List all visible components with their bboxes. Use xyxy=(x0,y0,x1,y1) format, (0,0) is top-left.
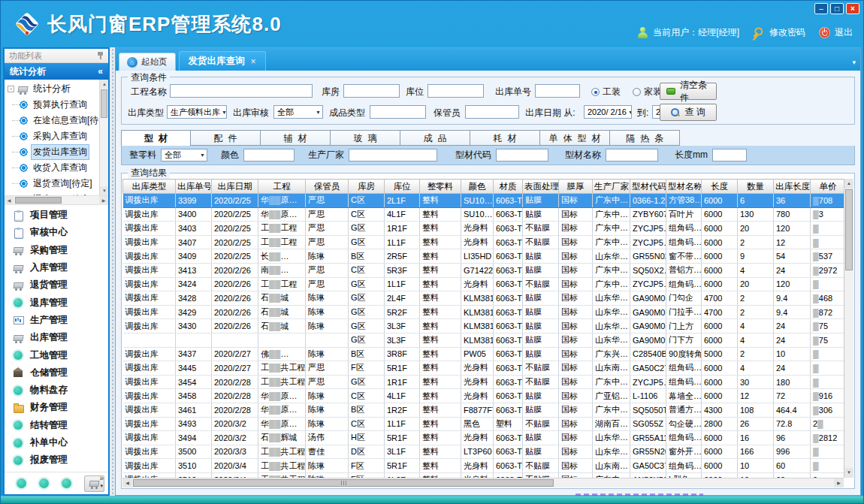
product-type-input[interactable] xyxy=(370,105,426,119)
project-name-input[interactable] xyxy=(170,84,313,98)
collapse-icon[interactable] xyxy=(98,63,103,80)
column-header[interactable]: 长度 xyxy=(702,180,738,194)
table-row[interactable]: 调拨出库34072020/2/25工▒▒工程严思G区1L1F整料光身料6063-… xyxy=(123,235,844,249)
keeper-input[interactable] xyxy=(465,105,519,119)
tab-list-caret-icon[interactable] xyxy=(852,59,856,66)
sidebar-tree-item[interactable]: 退货查询[待定] xyxy=(8,176,98,192)
table-row[interactable]: 调拨出库34612020/2/28华▒▒原…陈琳B区1R2F整料F8877FT6… xyxy=(123,403,844,417)
stats-section-header[interactable]: 统计分析 xyxy=(5,63,108,80)
sidebar-splitter[interactable] xyxy=(110,47,115,496)
tab-home[interactable]: 起始页 xyxy=(119,53,176,71)
logout-button[interactable]: 退出 xyxy=(819,26,853,39)
radio-home-decoration[interactable]: 家装 xyxy=(633,86,662,98)
maximize-icon[interactable] xyxy=(830,3,844,14)
column-header[interactable]: 库房 xyxy=(349,180,385,194)
module-circle-icon[interactable] xyxy=(17,478,26,488)
material-tab[interactable]: 耗材 xyxy=(470,130,540,146)
sidebar-tree-item[interactable]: 收货入库查询 xyxy=(8,160,98,176)
module-circle-icon[interactable] xyxy=(62,478,71,488)
column-header[interactable]: 整零料 xyxy=(420,180,461,194)
scroll-thumb[interactable] xyxy=(101,89,107,118)
material-tab[interactable]: 玻璃 xyxy=(331,130,400,146)
material-tab[interactable]: 隔热条 xyxy=(610,130,680,146)
table-row[interactable]: 调拨出库34372020/2/27佛▒▒…陈琳B区3R8F整料PW056063-… xyxy=(123,347,844,361)
sidebar-item[interactable]: 物料盘存 xyxy=(5,382,108,399)
table-row[interactable]: 调拨出库34582020/2/28华▒▒原…陈琳C区4L1F整料光身料6063-… xyxy=(123,389,844,403)
tab-shipping-outbound-query[interactable]: 发货出库查询 xyxy=(179,51,266,71)
table-row[interactable]: 调拨出库34932020/3/2华▒▒原…陈琳C区1L1F整料黑色塑料不贴膜国标… xyxy=(123,417,844,431)
table-row[interactable]: 调拨出库34032020/2/25工▒▒工程严思G区1R1F整料光身料6063-… xyxy=(123,222,844,236)
scroll-up-icon[interactable] xyxy=(100,80,108,89)
column-header[interactable]: 出库单号 xyxy=(176,180,212,194)
material-tab[interactable]: 型材 xyxy=(121,130,191,146)
sidebar-item[interactable]: 入库管理 xyxy=(5,259,108,276)
location-input[interactable] xyxy=(427,84,484,98)
scroll-thumb[interactable] xyxy=(845,189,853,270)
sidebar-tree-item[interactable]: 预算执行查询 xyxy=(8,97,98,113)
column-header[interactable]: 生产厂家 xyxy=(593,180,630,194)
sidebar-item[interactable]: 退货管理 xyxy=(5,276,108,294)
table-row[interactable]: 调拨出库34132020/2/26南▒▒…严思C区5R3F整料G71422606… xyxy=(123,263,844,277)
close-icon[interactable] xyxy=(846,3,859,14)
table-row[interactable]: 调拨出库34282020/2/26石▒▒城陈琳G区2L4F整料KLM381760… xyxy=(123,291,844,306)
sidebar-tree-item[interactable]: 发货出库查询 xyxy=(8,144,98,160)
table-row[interactable]: 调拨出库34452020/2/27工▒▒共工程严思F区5R1F整料光身料6063… xyxy=(123,361,844,376)
radio-work-decoration[interactable]: 工装 xyxy=(591,86,621,98)
outbound-type-select[interactable]: 生产领料出库 xyxy=(167,105,227,119)
table-vertical-scrollbar[interactable] xyxy=(844,179,853,478)
column-header[interactable]: 库位 xyxy=(385,180,420,194)
clear-conditions-button[interactable]: 清空条件 xyxy=(660,83,717,100)
table-row[interactable]: 调拨出库34542020/2/28工▒▒共工程严思G区1R1F整料光身料6063… xyxy=(123,375,844,389)
sidebar-item[interactable]: 财务管理 xyxy=(5,399,108,416)
search-button[interactable]: 查 询 xyxy=(660,104,717,121)
sidebar-item[interactable]: 项目管理 xyxy=(5,207,108,224)
scroll-left-icon[interactable] xyxy=(5,196,14,205)
column-header[interactable]: 膜厚 xyxy=(559,180,593,194)
column-header[interactable]: 工程 xyxy=(258,180,306,194)
close-tab-icon[interactable] xyxy=(251,56,256,67)
material-tab[interactable]: 配件 xyxy=(191,130,261,146)
scroll-right-icon[interactable] xyxy=(99,196,108,205)
table-row[interactable]: 调拨出库34292020/2/26石▒▒城陈琳G区5R2F整料KLM381760… xyxy=(123,305,844,319)
table-horizontal-scrollbar[interactable] xyxy=(122,478,844,487)
material-tab[interactable]: 成品 xyxy=(400,130,470,146)
scroll-down-icon[interactable] xyxy=(100,186,108,195)
column-header[interactable]: 型材名称 xyxy=(666,180,702,194)
tree-vertical-scrollbar[interactable] xyxy=(99,80,108,195)
tree-root[interactable]: 统计分析 xyxy=(8,81,98,97)
tree-expander-icon[interactable] xyxy=(8,86,14,92)
color-input[interactable] xyxy=(243,149,295,161)
scroll-thumb[interactable] xyxy=(133,479,554,487)
code-input[interactable] xyxy=(496,149,548,161)
scroll-up-icon[interactable] xyxy=(844,179,853,189)
material-tab[interactable]: 辅材 xyxy=(261,130,331,146)
length-input[interactable] xyxy=(712,149,747,161)
column-header[interactable]: 单价 xyxy=(811,180,844,194)
outbound-audit-select[interactable]: 全部 xyxy=(273,105,323,119)
sidebar-tree-item[interactable]: 采购入库查询 xyxy=(8,128,98,144)
tree-horizontal-scrollbar[interactable] xyxy=(5,196,108,205)
table-row[interactable]: 调拨出库35002020/3/3工▒▒共工程曹佳D区3L1F整料LT3P6060… xyxy=(123,445,844,459)
table-row[interactable]: 调拨出库33992020/2/25华▒▒原…严思C区2L1F整料SU10…606… xyxy=(123,194,844,208)
sidebar-item[interactable]: 采购管理 xyxy=(5,242,108,259)
sidebar-item[interactable]: 生产管理 xyxy=(5,312,108,329)
column-header[interactable]: 保管员 xyxy=(306,180,349,194)
scroll-thumb[interactable] xyxy=(15,197,62,204)
sidebar-item[interactable]: 退库管理 xyxy=(5,294,108,311)
table-row[interactable]: 调拨出库34942020/3/2石▒▒辉城汤伟H区5R1F整料光身料6063-T… xyxy=(123,431,844,445)
date-from-picker[interactable]: 2020/ 2/16 xyxy=(584,105,632,119)
sidebar-tree-item[interactable]: 在途信息查询[待 xyxy=(8,113,98,128)
warehouse-input[interactable] xyxy=(343,84,400,98)
column-header[interactable]: 表面处理 xyxy=(523,180,559,194)
sidebar-item[interactable]: 补单中心 xyxy=(5,434,108,451)
sidebar-item[interactable]: 结转管理 xyxy=(5,417,108,434)
column-header[interactable]: 数量 xyxy=(738,180,774,194)
change-password-button[interactable]: 修改密码 xyxy=(753,26,805,39)
toolbar-overflow-icon[interactable] xyxy=(99,475,104,490)
name-input[interactable] xyxy=(606,149,658,161)
table-row[interactable]: 调拨出库34002020/2/25华▒▒原…严思C区4L1F整料SU10…606… xyxy=(123,207,844,222)
table-row[interactable]: 调拨出库34302020/2/26石▒▒城陈琳G区3L3F整料KLM381760… xyxy=(123,319,844,333)
sidebar-item[interactable]: 工地管理 xyxy=(5,346,108,364)
minimize-icon[interactable] xyxy=(814,3,828,14)
column-header[interactable]: 颜色 xyxy=(461,180,494,194)
